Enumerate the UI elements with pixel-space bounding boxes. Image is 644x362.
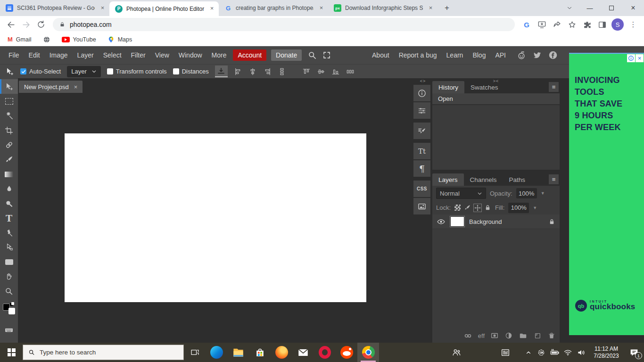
lock-paint-icon[interactable] <box>464 204 471 211</box>
brush-tool[interactable] <box>0 152 18 167</box>
browser-tab-photopea[interactable]: P Photopea | Online Photo Editor × <box>109 1 219 16</box>
ad-close-icon[interactable]: × <box>636 54 644 62</box>
tab-history[interactable]: History <box>432 81 464 93</box>
link-layers-icon[interactable] <box>463 331 472 340</box>
css-panel-button[interactable]: CSS <box>413 181 430 197</box>
link-about[interactable]: About <box>367 49 394 61</box>
install-icon[interactable] <box>535 17 549 32</box>
side-panel-icon[interactable] <box>595 17 609 32</box>
menu-filter[interactable]: Filter <box>126 49 150 61</box>
wifi-status[interactable] <box>561 343 574 362</box>
tab-swatches[interactable]: Swatches <box>464 81 504 93</box>
share-icon[interactable] <box>550 17 564 32</box>
browser-tab-search[interactable]: G creating bar graphs in Photopea × <box>219 0 328 16</box>
type-tool[interactable]: T <box>0 211 18 225</box>
google-account-icon[interactable]: G <box>520 17 534 32</box>
dodge-tool[interactable] <box>0 196 18 211</box>
collapse-strip-icon[interactable]: <> <box>413 78 432 84</box>
bookmark-star-icon[interactable] <box>565 17 579 32</box>
close-icon[interactable]: × <box>317 4 325 12</box>
menu-select[interactable]: Select <box>99 49 126 61</box>
sidebar-advertisement[interactable]: × INVOICING TOOLS THAT SAVE 9 HOURS PER … <box>569 53 644 335</box>
history-entry-open[interactable]: Open <box>432 93 560 105</box>
ta skbar-opera[interactable] <box>314 343 336 362</box>
close-icon[interactable]: × <box>99 4 107 12</box>
close-icon[interactable]: × <box>427 4 435 12</box>
taskbar-chrome[interactable] <box>357 343 379 362</box>
battery-status[interactable] <box>548 343 561 362</box>
tab-channels[interactable]: Channels <box>464 173 503 186</box>
meet-now-button[interactable] <box>535 343 548 362</box>
taskbar-firefox[interactable] <box>271 343 292 362</box>
taskbar-search[interactable] <box>23 345 184 360</box>
fill-slider-icon[interactable]: ▼ <box>533 206 537 210</box>
minimize-button[interactable]: — <box>579 0 601 16</box>
blur-tool[interactable] <box>0 181 18 196</box>
bookmark-gmail[interactable]: M Gmail <box>8 36 32 43</box>
blend-mode-dropdown[interactable]: Normal <box>436 188 486 199</box>
maximize-button[interactable] <box>601 0 622 16</box>
keyboard-shortcuts-button[interactable] <box>0 322 18 337</box>
transform-controls-checkbox[interactable] <box>107 68 113 74</box>
close-window-button[interactable]: × <box>622 0 644 16</box>
new-tab-button[interactable]: + <box>440 1 454 15</box>
tab-search-chevron-icon[interactable] <box>560 0 579 16</box>
clock[interactable]: 11:12 AM 7/28/2023 <box>588 346 624 360</box>
pen-tool[interactable] <box>0 225 18 240</box>
align-center-horizontal-button[interactable] <box>248 67 257 76</box>
properties-panel-button[interactable] <box>413 102 430 119</box>
menu-view[interactable]: View <box>150 49 174 61</box>
task-view-button[interactable] <box>184 343 206 362</box>
new-layer-icon[interactable] <box>533 331 542 340</box>
new-group-folder-icon[interactable] <box>519 331 528 340</box>
volume-status[interactable] <box>574 343 588 362</box>
align-top-button[interactable] <box>302 67 311 76</box>
marquee-select-tool[interactable] <box>0 94 18 108</box>
link-report-a-bug[interactable]: Report a bug <box>394 49 442 61</box>
color-swatches[interactable] <box>3 302 15 314</box>
layer-thumbnail[interactable] <box>450 216 464 227</box>
layer-effects-button[interactable]: eff <box>478 332 485 339</box>
donate-button[interactable]: Donate <box>271 49 302 61</box>
account-button[interactable]: Account <box>233 49 266 61</box>
crop-tool[interactable] <box>0 123 18 138</box>
tab-paths[interactable]: Paths <box>503 173 532 186</box>
tray-expand-button[interactable] <box>522 343 535 362</box>
taskbar-mail[interactable] <box>292 343 314 362</box>
close-icon[interactable]: × <box>74 83 78 90</box>
extensions-puzzle-icon[interactable] <box>580 17 594 32</box>
taskbar-edge[interactable] <box>206 343 227 362</box>
menu-image[interactable]: Image <box>45 49 73 61</box>
browser-menu-icon[interactable]: ⋮ <box>626 17 640 32</box>
align-left-button[interactable] <box>234 67 242 76</box>
bookmark-maps[interactable]: Maps <box>107 36 132 43</box>
align-bottom-button[interactable] <box>331 67 340 76</box>
gradient-tool[interactable] <box>0 167 18 181</box>
rectangle-shape-tool[interactable] <box>0 255 18 269</box>
info-panel-button[interactable] <box>413 85 430 101</box>
distribute-vertical-button[interactable] <box>278 67 286 76</box>
panel-menu-icon[interactable]: ≡ <box>549 174 559 184</box>
visibility-eye-icon[interactable] <box>437 217 446 226</box>
search-icon[interactable] <box>307 50 317 60</box>
delete-trash-icon[interactable] <box>547 331 556 340</box>
link-blog[interactable]: Blog <box>468 49 490 61</box>
lock-position-icon[interactable] <box>474 205 481 211</box>
close-icon[interactable]: × <box>208 5 216 13</box>
bookmark-youtube[interactable]: YouTube <box>62 36 96 43</box>
reload-button[interactable] <box>34 17 48 32</box>
taskbar-store[interactable] <box>249 343 271 362</box>
auto-select-checkbox[interactable] <box>20 68 26 74</box>
layer-row-background[interactable]: Background <box>432 214 560 229</box>
panel-menu-icon[interactable]: ≡ <box>549 82 559 92</box>
facebook-icon[interactable] <box>548 50 558 60</box>
image-panel-button[interactable] <box>413 198 430 214</box>
magic-wand-tool[interactable] <box>0 108 18 123</box>
menu-window[interactable]: Window <box>174 49 207 61</box>
people-button[interactable] <box>446 343 467 362</box>
distances-checkbox[interactable] <box>173 68 179 74</box>
distribute-horizontal-button[interactable] <box>346 67 355 76</box>
browser-tab-sci361[interactable]: SCI361 Photopea Review - Googl × <box>0 0 109 16</box>
add-mask-icon[interactable] <box>490 331 499 340</box>
fullscreen-icon[interactable] <box>322 51 331 59</box>
